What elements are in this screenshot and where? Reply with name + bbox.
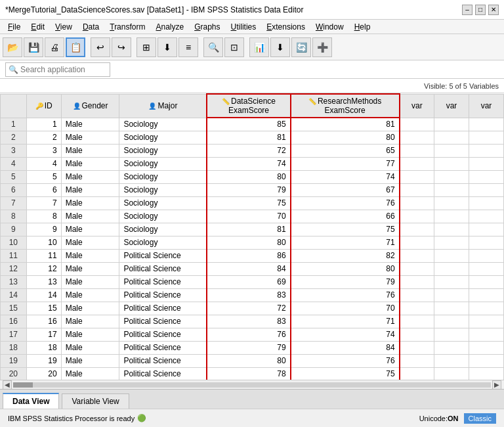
cell-var2[interactable]	[434, 210, 469, 223]
col-header-var1[interactable]: var	[400, 94, 434, 118]
cell-major[interactable]: Sociology	[119, 236, 207, 249]
cell-var1[interactable]	[400, 183, 434, 196]
cell-var1[interactable]	[400, 170, 434, 183]
cell-id[interactable]: 9	[26, 223, 61, 236]
cell-ds-exam[interactable]: 74	[207, 157, 290, 170]
toolbar-recall-dialog-button[interactable]: 🔄	[291, 37, 311, 57]
cell-var3[interactable]	[469, 183, 504, 196]
menu-item-graphs[interactable]: Graphs	[189, 21, 225, 33]
cell-id[interactable]: 7	[26, 196, 61, 210]
cell-ds-exam[interactable]: 85	[207, 118, 290, 131]
cell-ds-exam[interactable]: 80	[207, 236, 290, 249]
table-row[interactable]: 11MaleSociology8581	[1, 118, 504, 131]
menu-item-transform[interactable]: Transform	[104, 21, 150, 33]
cell-gender[interactable]: Male	[61, 288, 119, 302]
cell-major[interactable]: Political Science	[119, 315, 207, 328]
toolbar-weight-cases-button[interactable]: ⬇	[270, 37, 290, 57]
cell-ds-exam[interactable]: 84	[207, 262, 290, 275]
menu-item-data[interactable]: Data	[77, 21, 104, 33]
cell-major[interactable]: Sociology	[119, 131, 207, 144]
col-header-gender[interactable]: 👤Gender	[61, 94, 119, 118]
cell-var3[interactable]	[469, 288, 504, 302]
cell-id[interactable]: 2	[26, 131, 61, 144]
cell-ds-exam[interactable]: 72	[207, 302, 290, 315]
cell-var2[interactable]	[434, 236, 469, 249]
menu-item-edit[interactable]: Edit	[26, 21, 50, 33]
cell-var1[interactable]	[400, 210, 434, 223]
cell-gender[interactable]: Male	[61, 144, 119, 157]
cell-id[interactable]: 19	[26, 354, 61, 367]
cell-rm-exam[interactable]: 70	[291, 302, 400, 315]
table-row[interactable]: 66MaleSociology7967	[1, 183, 504, 196]
cell-rm-exam[interactable]: 76	[291, 196, 400, 210]
toolbar-save-button[interactable]: 💾	[24, 37, 43, 57]
cell-var2[interactable]	[434, 262, 469, 275]
cell-ds-exam[interactable]: 76	[207, 328, 290, 341]
cell-var2[interactable]	[434, 183, 469, 196]
scroll-right-arrow[interactable]: ▶	[492, 380, 501, 390]
cell-var2[interactable]	[434, 249, 469, 262]
cell-id[interactable]: 10	[26, 236, 61, 249]
table-row[interactable]: 77MaleSociology7576	[1, 196, 504, 210]
cell-gender[interactable]: Male	[61, 170, 119, 183]
cell-rm-exam[interactable]: 76	[291, 288, 400, 302]
cell-var1[interactable]	[400, 341, 434, 354]
cell-var2[interactable]	[434, 157, 469, 170]
cell-ds-exam[interactable]: 79	[207, 183, 290, 196]
menu-item-utilities[interactable]: Utilities	[226, 21, 262, 33]
cell-var1[interactable]	[400, 315, 434, 328]
table-row[interactable]: 1515MalePolitical Science7270	[1, 302, 504, 315]
cell-ds-exam[interactable]: 70	[207, 210, 290, 223]
table-row[interactable]: 55MaleSociology8074	[1, 170, 504, 183]
cell-var1[interactable]	[400, 131, 434, 144]
menu-item-analyze[interactable]: Analyze	[150, 21, 189, 33]
scroll-thumb[interactable]	[13, 382, 33, 388]
cell-var2[interactable]	[434, 328, 469, 341]
cell-id[interactable]: 8	[26, 210, 61, 223]
cell-major[interactable]: Political Science	[119, 288, 207, 302]
cell-major[interactable]: Sociology	[119, 144, 207, 157]
col-header-id[interactable]: 🔑ID	[26, 94, 61, 118]
cell-id[interactable]: 14	[26, 288, 61, 302]
cell-major[interactable]: Political Science	[119, 328, 207, 341]
cell-id[interactable]: 17	[26, 328, 61, 341]
cell-var1[interactable]	[400, 223, 434, 236]
menu-item-window[interactable]: Window	[310, 21, 349, 33]
toolbar-add-case-button[interactable]: ➕	[312, 37, 332, 57]
cell-ds-exam[interactable]: 69	[207, 275, 290, 288]
cell-var3[interactable]	[469, 302, 504, 315]
cell-ds-exam[interactable]: 78	[207, 367, 290, 380]
cell-rm-exam[interactable]: 80	[291, 131, 400, 144]
cell-ds-exam[interactable]: 79	[207, 341, 290, 354]
cell-major[interactable]: Sociology	[119, 183, 207, 196]
cell-gender[interactable]: Male	[61, 183, 119, 196]
cell-major[interactable]: Political Science	[119, 354, 207, 367]
table-row[interactable]: 2020MalePolitical Science7875	[1, 367, 504, 380]
cell-id[interactable]: 4	[26, 157, 61, 170]
cell-var2[interactable]	[434, 341, 469, 354]
cell-id[interactable]: 12	[26, 262, 61, 275]
table-container[interactable]: 🔑ID 👤Gender 👤Major 📏DataScienceExamScore…	[0, 93, 504, 380]
cell-id[interactable]: 15	[26, 302, 61, 315]
cell-rm-exam[interactable]: 75	[291, 223, 400, 236]
cell-gender[interactable]: Male	[61, 328, 119, 341]
cell-var2[interactable]	[434, 196, 469, 210]
table-row[interactable]: 1212MalePolitical Science8480	[1, 262, 504, 275]
cell-var1[interactable]	[400, 144, 434, 157]
cell-var2[interactable]	[434, 118, 469, 131]
cell-rm-exam[interactable]: 77	[291, 157, 400, 170]
cell-rm-exam[interactable]: 81	[291, 118, 400, 131]
cell-gender[interactable]: Male	[61, 236, 119, 249]
cell-var3[interactable]	[469, 157, 504, 170]
cell-id[interactable]: 1	[26, 118, 61, 131]
cell-var3[interactable]	[469, 196, 504, 210]
cell-var3[interactable]	[469, 210, 504, 223]
cell-var3[interactable]	[469, 315, 504, 328]
cell-id[interactable]: 18	[26, 341, 61, 354]
cell-var3[interactable]	[469, 131, 504, 144]
toolbar-open-button[interactable]: 📂	[3, 37, 22, 57]
maximize-button[interactable]: □	[475, 5, 486, 15]
cell-ds-exam[interactable]: 83	[207, 315, 290, 328]
cell-var2[interactable]	[434, 170, 469, 183]
table-row[interactable]: 33MaleSociology7265	[1, 144, 504, 157]
